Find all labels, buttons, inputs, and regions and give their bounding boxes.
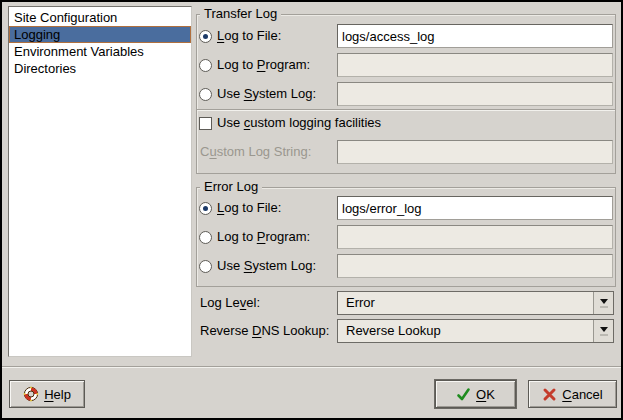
- error-log-program-input: [337, 225, 613, 249]
- custom-log-string-label: Custom Log String:: [200, 140, 311, 164]
- ok-button-label: OK: [476, 387, 495, 402]
- cancel-button-label: Cancel: [562, 387, 602, 402]
- error-use-system-log-label: Use System Log:: [217, 254, 316, 278]
- help-button[interactable]: Help: [9, 380, 85, 408]
- dropdown-dash-icon: [600, 306, 608, 308]
- lifebuoy-help-icon: [23, 386, 39, 402]
- transfer-log-file-input[interactable]: [337, 24, 613, 48]
- reverse-dns-select[interactable]: Reverse Lookup: [337, 319, 614, 343]
- radio-dot: [203, 34, 208, 39]
- log-level-select[interactable]: Error: [337, 291, 614, 315]
- reverse-dns-label: Reverse DNS Lookup:: [200, 319, 329, 343]
- error-use-system-log-radio[interactable]: [199, 260, 212, 273]
- reverse-dns-value: Reverse Lookup: [346, 323, 441, 338]
- reverse-dns-dropdown-button[interactable]: [593, 320, 613, 342]
- chevron-down-icon: [600, 299, 608, 304]
- transfer-use-system-log-label: Use System Log:: [217, 82, 316, 106]
- httpd-config-dialog: Site Configuration Logging Environment V…: [0, 0, 623, 420]
- log-level-label: Log Level:: [200, 291, 260, 315]
- chevron-down-icon: [600, 327, 608, 332]
- error-log-to-program-radio[interactable]: [199, 231, 212, 244]
- use-custom-logging-label: Use custom logging facilities: [217, 111, 381, 135]
- transfer-system-log-input: [337, 82, 613, 106]
- button-area-separator: [2, 366, 621, 368]
- ok-button[interactable]: OK: [435, 380, 516, 408]
- cancel-button[interactable]: Cancel: [528, 380, 617, 408]
- category-list: Site Configuration Logging Environment V…: [8, 6, 192, 357]
- error-log-file-input[interactable]: [337, 196, 613, 220]
- transfer-log-to-program-label: Log to Program:: [217, 53, 310, 77]
- help-button-label: Help: [44, 387, 71, 402]
- check-icon: [456, 387, 471, 402]
- transfer-log-to-program-radio[interactable]: [199, 59, 212, 72]
- log-level-dropdown-button[interactable]: [593, 292, 613, 314]
- error-log-to-program-label: Log to Program:: [217, 225, 310, 249]
- error-log-title: Error Log: [200, 179, 262, 195]
- custom-log-string-input: [337, 140, 613, 164]
- dropdown-dash-icon: [600, 334, 608, 336]
- transfer-log-program-input: [337, 53, 613, 77]
- log-level-value: Error: [346, 295, 375, 310]
- error-system-log-input: [337, 254, 613, 278]
- error-log-to-file-radio[interactable]: [199, 202, 212, 215]
- transfer-use-system-log-radio[interactable]: [199, 88, 212, 101]
- x-icon: [542, 387, 557, 402]
- transfer-log-title: Transfer Log: [200, 6, 281, 22]
- transfer-log-to-file-label: Log to File:: [217, 24, 281, 48]
- radio-dot: [203, 206, 208, 211]
- transfer-log-to-file-radio[interactable]: [199, 30, 212, 43]
- error-log-to-file-label: Log to File:: [217, 196, 281, 220]
- sidebar-item-site-configuration[interactable]: Site Configuration: [9, 9, 191, 26]
- sidebar-item-environment-variables[interactable]: Environment Variables: [9, 43, 191, 60]
- sidebar-item-directories[interactable]: Directories: [9, 60, 191, 77]
- sidebar-item-logging[interactable]: Logging: [9, 26, 191, 43]
- use-custom-logging-checkbox[interactable]: [199, 117, 212, 130]
